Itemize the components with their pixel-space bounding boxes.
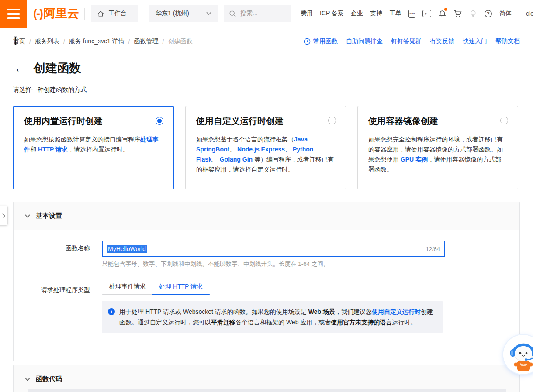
- clock-icon: [304, 38, 311, 45]
- quick-link-quickstart[interactable]: 快速入门: [463, 38, 487, 45]
- card-builtin-runtime[interactable]: 使用内置运行时创建 如果您想按照函数计算定义的接口编写程序处理事件和 HTTP …: [13, 106, 174, 189]
- function-name-input[interactable]: MyHelloWorld 12/64: [102, 241, 445, 257]
- section-title: 基本设置: [36, 212, 62, 220]
- region-selector[interactable]: 华东1 (杭州): [149, 5, 218, 22]
- radio-container-image[interactable]: [500, 117, 508, 124]
- radio-builtin-selected[interactable]: [156, 117, 163, 125]
- nav-link-tickets[interactable]: 工单: [389, 10, 401, 17]
- breadcrumb-service-list[interactable]: 服务列表: [35, 38, 59, 45]
- language-switch[interactable]: 简体: [499, 10, 512, 17]
- lightbulb-icon[interactable]: [469, 10, 477, 18]
- quick-link-common-functions[interactable]: 常用函数: [304, 38, 338, 45]
- inline-text: 和: [30, 146, 38, 153]
- radio-custom-runtime[interactable]: [328, 117, 336, 124]
- home-icon: [97, 10, 104, 17]
- http-info-box: i 用于处理 HTTP 请求或 Websocket 请求的函数。如果您的使用场景…: [102, 301, 443, 333]
- chevron-down-icon: [206, 12, 211, 15]
- card-container-image[interactable]: 使用容器镜像创建 如果您想完全控制程序运行的环境，或者迁移已有的容器应用，请使用…: [357, 106, 518, 189]
- inline-text: 用于处理 HTTP 请求或 Websocket 请求的函数。如果您的使用场景是: [119, 308, 308, 315]
- inline-text: 、: [229, 146, 237, 153]
- workbench-button[interactable]: 工作台: [91, 5, 138, 22]
- aliyun-logo-icon: (-): [33, 7, 42, 21]
- hamburger-menu-button[interactable]: [0, 0, 27, 28]
- quick-link-help-docs[interactable]: 帮助文档: [495, 38, 520, 45]
- function-name-label: 函数名称: [14, 244, 90, 252]
- inline-text: 使用官方未支持的语言: [331, 319, 392, 326]
- search-icon: [229, 10, 236, 17]
- inline-text: 如果您想基于各个语言的流行框架（: [196, 136, 294, 143]
- quick-link-self-troubleshoot[interactable]: 自助问题排查: [346, 38, 383, 45]
- divider: [519, 4, 519, 23]
- nav-link-enterprise[interactable]: 企业: [351, 10, 363, 17]
- inline-link[interactable]: GPU 实例: [401, 156, 428, 163]
- inline-text: 、: [285, 146, 293, 153]
- basic-settings-panel: 基本设置 函数名称 MyHelloWorld 12/64 只能包含字母、数字、下…: [13, 202, 520, 361]
- code-area-strip: [28, 389, 506, 392]
- inline-link[interactable]: 使用自定义运行时: [372, 308, 421, 315]
- workbench-label: 工作台: [108, 10, 127, 17]
- back-arrow-button[interactable]: ←: [14, 62, 26, 74]
- search-placeholder: 搜索...: [240, 10, 258, 17]
- quick-link-label: 自助问题排查: [346, 38, 383, 45]
- quick-link-label: 常用函数: [313, 38, 338, 45]
- inline-link[interactable]: HTTP 请求: [38, 146, 68, 153]
- quick-link-label: 帮助文档: [495, 38, 520, 45]
- inline-text: 运行时。: [392, 319, 416, 326]
- inline-link[interactable]: Node.js Express: [237, 146, 285, 153]
- top-navbar: (-) 阿里云 工作台 华东1 (杭州) 搜索... 费用 ICP 备案 企业: [0, 0, 533, 27]
- handler-event-button[interactable]: 处理事件请求: [102, 279, 153, 295]
- handler-type-label: 请求处理程序类型: [14, 286, 90, 294]
- aliyun-logo[interactable]: (-) 阿里云: [33, 0, 79, 27]
- nav-link-billing[interactable]: 费用: [301, 10, 313, 17]
- quick-links: 常用函数 自助问题排查 钉钉答疑群 有奖反馈 快速入门 帮助文档: [304, 38, 520, 45]
- function-name-help: 只能包含字母、数字、下划线和中划线。不能以数字、中划线开头。长度在 1-64 之…: [102, 260, 329, 268]
- card-title: 使用内置运行时创建: [24, 115, 163, 127]
- terminal-icon-text: >_: [425, 12, 429, 16]
- inline-text: ，我们建议您: [335, 308, 372, 315]
- nav-link-icp[interactable]: ICP 备案: [320, 10, 344, 17]
- cart-icon[interactable]: [453, 10, 462, 18]
- breadcrumb-separator: /: [63, 38, 65, 45]
- function-code-panel: 函数代码: [13, 365, 520, 392]
- inline-text: 平滑迁移: [211, 319, 235, 326]
- page: (-) 阿里云 工作台 华东1 (杭州) 搜索... 费用 ICP 备案 企业: [0, 0, 533, 392]
- help-icon[interactable]: ?: [484, 10, 492, 18]
- section-title: 函数代码: [36, 375, 62, 383]
- function-name-value: MyHelloWorld: [107, 245, 147, 253]
- account-name[interactable]: clo: [526, 10, 533, 17]
- card-title: 使用自定义运行时创建: [196, 115, 335, 127]
- info-icon: i: [108, 308, 115, 315]
- breadcrumb-separator: /: [128, 38, 130, 45]
- quick-link-feedback[interactable]: 有奖反馈: [430, 38, 454, 45]
- basic-settings-header[interactable]: 基本设置: [14, 202, 519, 230]
- quick-link-label: 有奖反馈: [430, 38, 454, 45]
- chevron-right-icon: [2, 213, 6, 219]
- nav-right: 费用 ICP 备案 企业 支持 工单 APP >_ ?: [301, 0, 533, 27]
- app-icon[interactable]: APP: [408, 10, 415, 18]
- nav-link-support[interactable]: 支持: [370, 10, 382, 17]
- title-row: ← 创建函数: [14, 60, 81, 76]
- page-subtitle: 请选择一种创建函数的方式: [13, 86, 87, 94]
- card-description: 如果您想完全控制程序运行的环境，或者迁移已有的容器应用，请使用容器镜像的方式部署…: [368, 134, 507, 175]
- inline-text: 如果您想按照函数计算定义的接口编写程序: [24, 136, 140, 143]
- card-custom-runtime[interactable]: 使用自定义运行时创建 如果您想基于各个语言的流行框架（Java SpringBo…: [185, 106, 346, 189]
- quick-link-dingtalk-group[interactable]: 钉钉答疑群: [391, 38, 422, 45]
- handler-http-button[interactable]: 处理 HTTP 请求: [152, 279, 210, 295]
- breadcrumb-function-mgmt[interactable]: 函数管理: [134, 38, 159, 45]
- text-cursor: [13, 36, 18, 47]
- region-label: 华东1 (杭州): [156, 10, 189, 17]
- app-icon-text: APP: [409, 12, 415, 15]
- card-title: 使用容器镜像创建: [368, 115, 507, 127]
- breadcrumb-service-detail[interactable]: 服务 func_svc1 详情: [69, 38, 125, 45]
- breadcrumb-separator: /: [29, 38, 31, 45]
- chevron-down-icon: [25, 378, 30, 381]
- info-text: 用于处理 HTTP 请求或 Websocket 请求的函数。如果您的使用场景是 …: [119, 306, 436, 327]
- notification-bell-icon[interactable]: [438, 10, 446, 18]
- function-code-header[interactable]: 函数代码: [14, 365, 519, 392]
- search-input[interactable]: 搜索...: [224, 5, 291, 22]
- inline-link[interactable]: Golang Gin: [220, 156, 253, 163]
- sidebar-expand-button[interactable]: [0, 206, 8, 226]
- card-description: 如果您想按照函数计算定义的接口编写程序处理事件和 HTTP 请求，请选择内置运行…: [24, 134, 163, 155]
- inline-text: ，请选择内置运行时。: [68, 146, 129, 153]
- terminal-icon[interactable]: >_: [422, 10, 431, 17]
